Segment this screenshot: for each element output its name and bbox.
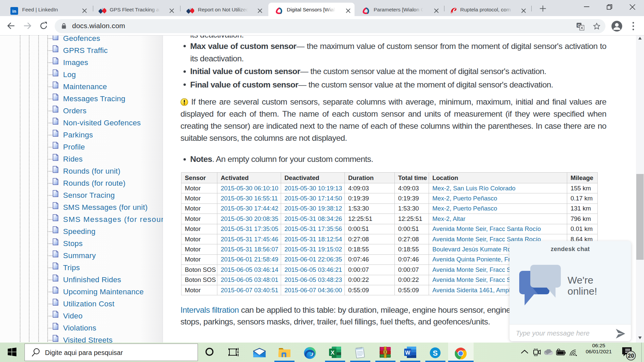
- svg-text:W: W: [405, 350, 411, 356]
- svg-text:20: 20: [628, 353, 634, 359]
- svg-text:S: S: [433, 349, 438, 357]
- svg-text:in: in: [12, 9, 16, 14]
- svg-text:X: X: [331, 350, 335, 356]
